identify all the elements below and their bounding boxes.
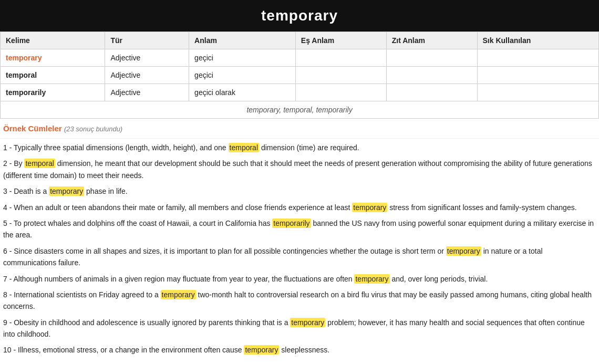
- highlighted-word: temporarily: [272, 219, 311, 228]
- related-words-row: temporary, temporal, temporarily: [1, 101, 599, 119]
- sentence: 5 - To protect whales and dolphins off t…: [3, 217, 596, 241]
- sentence: 6 - Since disasters come in all shapes a…: [3, 245, 596, 269]
- sentence: 4 - When an adult or teen abandons their…: [3, 202, 596, 213]
- sentence: 10 - Illness, emotional stress, or a cha…: [3, 344, 596, 356]
- meaning-cell: geçici olarak: [189, 84, 296, 101]
- col-tur: Tür: [105, 32, 189, 49]
- section-title: Örnek Cümleler: [3, 124, 62, 133]
- result-count: (23 sonuç bulundu): [64, 125, 122, 133]
- highlighted-word: temporary: [244, 345, 279, 355]
- page-title: temporary: [0, 7, 599, 24]
- highlighted-word: temporary: [354, 274, 389, 284]
- highlighted-word: temporal: [24, 159, 55, 168]
- col-zit-anlam: Zıt Anlam: [386, 32, 477, 49]
- highlighted-word: temporary: [446, 246, 481, 256]
- sentence: 7 - Although numbers of animals in a giv…: [3, 273, 596, 285]
- type-cell: Adjective: [105, 84, 189, 101]
- highlighted-word: temporal: [229, 143, 259, 152]
- type-cell: Adjective: [105, 67, 189, 84]
- meaning-cell: geçici: [189, 67, 296, 84]
- table-header-row: Kelime Tür Anlam Eş Anlam Zıt Anlam Sık …: [1, 32, 599, 49]
- es-anlam-cell: [295, 84, 386, 101]
- sik-cell: [477, 49, 598, 67]
- sentence: 8 - International scientists on Friday a…: [3, 289, 596, 313]
- type-cell: Adjective: [105, 49, 189, 67]
- highlighted-word: temporary: [290, 318, 325, 327]
- es-anlam-cell: [295, 67, 386, 84]
- es-anlam-cell: [295, 49, 386, 67]
- dictionary-table: Kelime Tür Anlam Eş Anlam Zıt Anlam Sık …: [0, 32, 599, 119]
- word-cell[interactable]: temporary: [1, 49, 105, 67]
- example-section: Örnek Cümleler (23 sonuç bulundu) 1 - Ty…: [0, 119, 599, 364]
- table-row: temporarilyAdjectivegeçici olarak: [1, 84, 599, 101]
- meaning-cell: geçici: [189, 49, 296, 67]
- highlighted-word: temporary: [352, 203, 387, 212]
- col-anlam: Anlam: [189, 32, 296, 49]
- sentences-container: 1 - Typically three spatial dimensions (…: [0, 138, 599, 364]
- table-row: temporalAdjectivegeçici: [1, 67, 599, 84]
- related-words-text: temporary, temporal, temporarily: [1, 101, 599, 119]
- sentence: 3 - Death is a temporary phase in life.: [3, 185, 596, 197]
- sik-cell: [477, 84, 598, 101]
- sentence: 2 - By temporal dimension, he meant that…: [3, 158, 596, 181]
- page-header: temporary: [0, 0, 599, 32]
- sentence: 1 - Typically three spatial dimensions (…: [3, 142, 596, 153]
- col-sik-kullanilan: Sık Kullanılan: [477, 32, 598, 49]
- col-es-anlam: Eş Anlam: [295, 32, 386, 49]
- word-cell: temporarily: [1, 84, 105, 101]
- section-header: Örnek Cümleler (23 sonuç bulundu): [0, 119, 599, 138]
- zit-anlam-cell: [386, 84, 477, 101]
- table-row: temporaryAdjectivegeçici: [1, 49, 599, 67]
- highlighted-word: temporary: [161, 290, 196, 299]
- highlighted-word: temporary: [49, 186, 84, 196]
- word-link[interactable]: temporary: [6, 54, 42, 62]
- sentence: 9 - Obesity in childhood and adolescence…: [3, 317, 596, 340]
- col-kelime: Kelime: [1, 32, 105, 49]
- word-cell: temporal: [1, 67, 105, 84]
- zit-anlam-cell: [386, 67, 477, 84]
- zit-anlam-cell: [386, 49, 477, 67]
- sik-cell: [477, 67, 598, 84]
